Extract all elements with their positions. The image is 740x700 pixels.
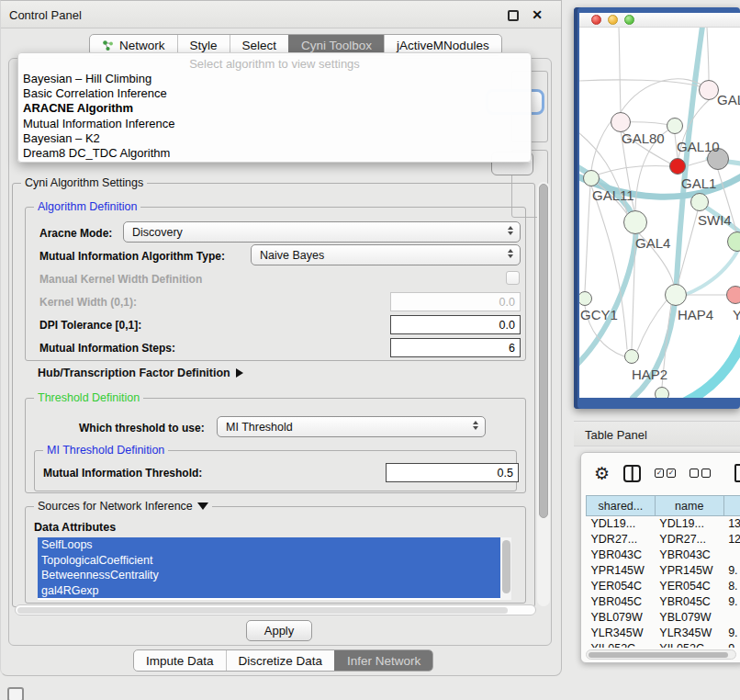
table-cell: YLR345W <box>587 626 656 641</box>
table-row[interactable]: YBL079WYBL079W <box>587 610 740 626</box>
float-window-icon[interactable] <box>508 10 519 21</box>
sources-legend[interactable]: Sources for Network Inference <box>34 500 212 513</box>
which-threshold-label: Which threshold to use: <box>79 422 205 435</box>
table-cell: YIL052C <box>587 641 656 649</box>
table-horizontal-scrollbar[interactable] <box>586 649 736 660</box>
control-panel: Control Panel ✕ NetworkStyleSelectCyni T… <box>0 0 562 676</box>
kernel-width-label: Kernel Width (0,1): <box>39 296 137 309</box>
node-gal80[interactable] <box>611 112 631 132</box>
tab-impute-data[interactable]: Impute Data <box>134 650 226 671</box>
table-scrollbar-thumb[interactable] <box>589 652 728 659</box>
network-view-frame: GALGAL80GAL10GAL1GAL11SWI4GAL4GCY1HAP4YH… <box>579 13 740 398</box>
aracne-mode-select[interactable]: Discovery <box>123 221 521 243</box>
tab-discretize-data[interactable]: Discretize Data <box>226 650 335 671</box>
table-row[interactable]: YDL19...YDL19...13 <box>587 516 740 532</box>
node-gal10[interactable] <box>667 118 683 134</box>
list-scrollbar-thumb[interactable] <box>502 540 510 593</box>
hub-transcription-factor-expander[interactable]: Hub/Transcription Factor Definition <box>38 367 243 379</box>
settings-vertical-scrollbar[interactable] <box>537 182 550 606</box>
table-cell: YDR27... <box>655 532 723 548</box>
attribute-item-topologicalcoefficient[interactable]: TopologicalCoefficient <box>38 553 511 569</box>
tab-label: Impute Data <box>146 654 214 668</box>
gear-icon[interactable]: ⚙ <box>594 465 610 482</box>
table-row[interactable]: YIL052CYIL052C9 <box>587 641 740 649</box>
tab-infer-network[interactable]: Infer Network <box>334 650 432 671</box>
threshold-definition-legend: Threshold Definition <box>34 391 143 404</box>
table-row[interactable]: YBR045CYBR045C9. <box>587 594 740 610</box>
node-swi4[interactable] <box>690 193 709 211</box>
vertical-scrollbar-thumb[interactable] <box>539 184 548 518</box>
algorithm-option-bayesian-hill-climbing[interactable]: Bayesian – Hill Climbing <box>18 72 531 86</box>
kernel-width-field[interactable]: 0.0 <box>390 292 521 311</box>
column-header-name[interactable]: name <box>655 496 723 516</box>
table-panel-title: Table Panel <box>585 428 647 442</box>
node-label-hap2: HAP2 <box>632 367 667 382</box>
mi-threshold-field[interactable]: 0.5 <box>386 463 519 482</box>
algorithm-option-dream8-dc-tdc-algorithm[interactable]: Dream8 DC_TDC Algorithm <box>18 146 531 161</box>
mi-threshold-definition-legend: MI Threshold Definition <box>43 444 168 457</box>
apply-button[interactable]: Apply <box>246 620 312 641</box>
which-threshold-select[interactable]: MI Threshold <box>217 416 486 437</box>
attribute-item-betweennesscentrality[interactable]: BetweennessCentrality <box>38 568 511 583</box>
tab-label: Style <box>190 39 218 52</box>
network-icon <box>102 40 114 51</box>
node-label-gal1: GAL1 <box>681 175 716 191</box>
close-icon[interactable]: ✕ <box>532 7 543 22</box>
dpi-tolerance-field[interactable]: 0.0 <box>390 315 521 334</box>
algorithm-option-aracne-algorithm[interactable]: ARACNE Algorithm <box>18 101 531 116</box>
mi-algorithm-type-select[interactable]: Naive Bayes <box>251 244 521 265</box>
node-label-gal11: GAL11 <box>592 187 634 203</box>
node-gal11[interactable] <box>583 170 600 186</box>
table-row[interactable]: YDR27...YDR27...12 <box>587 532 740 548</box>
algorithm-option-basic-correlation-inference[interactable]: Basic Correlation Inference <box>18 86 531 101</box>
zoom-button[interactable] <box>624 15 634 25</box>
node-gal4[interactable] <box>623 210 647 234</box>
checked-box-icon: ✓ <box>655 469 664 478</box>
export-table-icon[interactable] <box>734 464 740 482</box>
algorithm-option-bayesian-k2[interactable]: Bayesian – K2 <box>18 131 531 146</box>
table-cell: YBR043C <box>655 548 723 563</box>
table-cell: 9. <box>723 626 740 641</box>
table-row[interactable]: YER054CYER054C8. <box>587 579 740 594</box>
show-columns-icon[interactable] <box>623 465 641 482</box>
settings-horizontal-scrollbar[interactable] <box>15 604 536 615</box>
horizontal-scrollbar-thumb[interactable] <box>17 607 508 614</box>
close-button[interactable] <box>591 15 601 25</box>
node-table: shared...name YDL19...YDL19...13YDR27...… <box>586 495 740 648</box>
manual-kernel-width-checkbox[interactable] <box>506 271 520 285</box>
column-header-shared[interactable]: shared... <box>587 496 656 516</box>
node-label-swi4: SWI4 <box>698 212 732 228</box>
node-pink-top[interactable] <box>699 80 719 100</box>
list-scrollbar[interactable] <box>500 537 511 600</box>
deselect-all-icon[interactable] <box>690 469 711 478</box>
table-row[interactable]: YBR043CYBR043C <box>587 548 740 563</box>
collapsed-panel-button[interactable] <box>7 687 24 700</box>
attribute-item-gal4rgexp[interactable]: gal4RGexp <box>38 583 511 599</box>
table-cell: YPR145W <box>655 563 723 579</box>
node-hap4[interactable] <box>665 284 687 306</box>
select-all-icon[interactable]: ✓✓ <box>655 469 676 478</box>
control-panel-title: Control Panel <box>9 8 82 22</box>
attribute-item-selfloops[interactable]: SelfLoops <box>38 537 511 553</box>
mi-steps-field[interactable]: 6 <box>390 338 521 357</box>
table-cell: YBR045C <box>655 594 723 610</box>
mi-threshold-label: Mutual Information Threshold: <box>43 467 202 480</box>
minimize-button[interactable] <box>608 15 618 25</box>
node-label-gal: GAL <box>717 92 740 107</box>
cyni-settings-legend: Cyni Algorithm Settings <box>21 176 147 189</box>
node-pink-right[interactable] <box>726 286 740 304</box>
table-cell: YIL052C <box>655 641 723 649</box>
expand-right-icon <box>236 368 243 378</box>
network-canvas[interactable]: GALGAL80GAL10GAL1GAL11SWI4GAL4GCY1HAP4YH… <box>579 28 740 398</box>
tab-label: Select <box>242 39 277 52</box>
table-row[interactable]: YPR145WYPR145W9. <box>587 563 740 579</box>
node-red[interactable] <box>669 158 686 175</box>
node-hap2[interactable] <box>624 349 639 364</box>
node-bottom[interactable] <box>655 387 669 398</box>
column-header-3[interactable] <box>723 496 740 516</box>
table-row[interactable]: YLR345WYLR345W9. <box>587 626 740 641</box>
algorithm-option-mutual-information-inference[interactable]: Mutual Information Inference <box>18 117 531 131</box>
table-cell: 8. <box>723 579 740 594</box>
mi-algorithm-type-value: Naive Bayes <box>260 249 324 262</box>
mi-steps-label: Mutual Information Steps: <box>39 342 175 355</box>
